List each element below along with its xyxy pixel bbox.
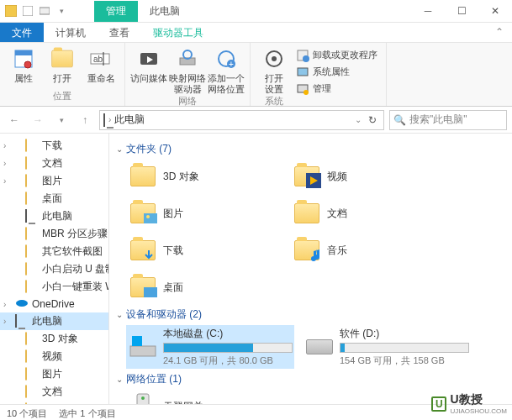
folder-item[interactable]: 桌面 bbox=[126, 270, 282, 304]
nav-item-icon bbox=[25, 192, 39, 206]
folder-item[interactable]: 图片 bbox=[126, 197, 282, 230]
nav-up-button[interactable]: ↑ bbox=[76, 111, 94, 129]
nav-item[interactable]: 下载 bbox=[0, 401, 108, 404]
nav-item[interactable]: 其它软件截图 bbox=[0, 243, 108, 260]
group-header-drives[interactable]: ⌄ 设备和驱动器 (2) bbox=[116, 304, 505, 325]
qat-item[interactable] bbox=[20, 3, 35, 18]
ribbon-collapse-button[interactable]: ⌃ bbox=[487, 23, 512, 42]
group-header-network[interactable]: ⌄ 网络位置 (1) bbox=[116, 369, 505, 390]
nav-item[interactable]: ›图片 bbox=[0, 172, 108, 190]
properties-button[interactable]: 属性 bbox=[5, 45, 42, 84]
nav-item[interactable]: ›下载 bbox=[0, 137, 108, 155]
expand-icon[interactable]: › bbox=[3, 159, 6, 168]
svg-point-22 bbox=[304, 90, 309, 95]
folder-item[interactable]: 音乐 bbox=[290, 234, 446, 267]
ribbon-tab-file[interactable]: 文件 bbox=[0, 23, 44, 42]
folder-label: 图片 bbox=[163, 207, 183, 221]
open-button[interactable]: 打开 bbox=[44, 45, 81, 84]
map-drive-icon bbox=[175, 46, 200, 71]
nav-item-label: 小白一键重装 Win10 bbox=[42, 280, 109, 294]
content-pane: ⌄ 文件夹 (7) 3D 对象视频图片文档下载音乐桌面 ⌄ 设备和驱动器 (2)… bbox=[109, 134, 512, 404]
nav-item[interactable]: MBR 分区步骤 bbox=[0, 225, 108, 243]
nav-item[interactable]: 文档 bbox=[0, 383, 108, 401]
folder-icon bbox=[128, 198, 158, 228]
nav-history-button[interactable]: ▾ bbox=[52, 111, 71, 129]
rename-button[interactable]: ab 重命名 bbox=[82, 45, 119, 84]
drive-item[interactable]: 本地磁盘 (C:)24.1 GB 可用，共 80.0 GB bbox=[126, 325, 294, 369]
address-bar[interactable]: › 此电脑 ⌄ ↻ bbox=[99, 110, 384, 130]
drive-label: 软件 (D:) bbox=[340, 327, 469, 341]
ribbon-tab-drive-tools[interactable]: 驱动器工具 bbox=[141, 23, 215, 42]
drive-icon bbox=[128, 332, 158, 362]
rename-icon: ab bbox=[88, 46, 113, 71]
add-network-location-button[interactable]: + 添加一个 网络位置 bbox=[208, 45, 245, 95]
contextual-tab-manage[interactable]: 管理 bbox=[94, 1, 138, 22]
manage-icon bbox=[296, 82, 309, 96]
search-box[interactable]: 🔍 搜索"此电脑" bbox=[389, 110, 507, 130]
svg-rect-30 bbox=[144, 287, 157, 297]
nav-item-label: 文档 bbox=[42, 385, 62, 399]
nav-item[interactable]: 此电脑 bbox=[0, 207, 108, 225]
drive-item[interactable]: 软件 (D:)154 GB 可用，共 158 GB bbox=[303, 325, 471, 369]
main-split: ›下载›文档›图片桌面此电脑MBR 分区步骤其它软件截图小白启动 U 盘制作步小… bbox=[0, 134, 512, 404]
nav-item[interactable]: 图片 bbox=[0, 365, 108, 383]
nav-item[interactable]: 视频 bbox=[0, 348, 108, 365]
nav-item[interactable]: 桌面 bbox=[0, 190, 108, 207]
nav-forward-button[interactable]: → bbox=[29, 111, 47, 129]
drive-icon bbox=[304, 332, 335, 362]
nav-item[interactable]: 小白一键重装 Win10 bbox=[0, 278, 108, 296]
nav-back-button[interactable]: ← bbox=[5, 111, 24, 129]
svg-text:ab: ab bbox=[93, 55, 103, 64]
nav-item-label: 下载 bbox=[42, 139, 62, 153]
nav-item[interactable]: ›此电脑 bbox=[0, 312, 108, 330]
expand-icon[interactable]: › bbox=[3, 176, 6, 186]
qat-item[interactable] bbox=[37, 3, 52, 18]
drive-usage-bar bbox=[340, 343, 469, 353]
network-item[interactable]: 天翼网关 bbox=[126, 390, 282, 404]
expand-icon[interactable]: › bbox=[3, 317, 6, 326]
folders-grid: 3D 对象视频图片文档下载音乐桌面 bbox=[116, 160, 505, 304]
system-properties-button[interactable]: 系统属性 bbox=[293, 65, 381, 80]
refresh-button[interactable]: ↻ bbox=[365, 114, 380, 126]
ribbon-tab-computer[interactable]: 计算机 bbox=[44, 23, 98, 42]
folder-label: 视频 bbox=[327, 170, 347, 184]
address-dropdown-button[interactable]: ⌄ bbox=[355, 115, 362, 124]
nav-item-icon bbox=[25, 368, 39, 381]
nav-item[interactable]: ›OneDrive bbox=[0, 296, 108, 312]
nav-item[interactable]: ›文档 bbox=[0, 155, 108, 172]
maximize-button[interactable]: ☐ bbox=[445, 0, 478, 23]
ribbon-group-system: 打开 设置 系统 卸载或更改程序 系统属性 管理 bbox=[251, 43, 387, 106]
folder-icon bbox=[128, 235, 158, 265]
manage-button[interactable]: 管理 bbox=[293, 81, 381, 97]
folder-item[interactable]: 视频 bbox=[290, 160, 446, 193]
folder-label: 3D 对象 bbox=[163, 170, 199, 184]
nav-item-icon bbox=[25, 228, 39, 241]
nav-item-label: MBR 分区步骤 bbox=[42, 227, 108, 241]
nav-item[interactable]: 3D 对象 bbox=[0, 330, 108, 348]
folder-item[interactable]: 下载 bbox=[126, 234, 282, 267]
nav-item-label: OneDrive bbox=[32, 298, 75, 310]
nav-item-icon bbox=[25, 245, 39, 259]
minimize-button[interactable]: ─ bbox=[411, 0, 445, 23]
expand-icon[interactable]: › bbox=[3, 141, 6, 150]
folder-label: 音乐 bbox=[327, 244, 347, 258]
open-settings-button[interactable]: 打开 设置 bbox=[256, 45, 293, 95]
group-header-folders[interactable]: ⌄ 文件夹 (7) bbox=[116, 139, 505, 160]
folder-icon bbox=[292, 161, 322, 192]
access-media-button[interactable]: 访问媒体 bbox=[130, 45, 167, 84]
folder-item[interactable]: 3D 对象 bbox=[126, 160, 282, 193]
map-drive-button[interactable]: 映射网络 驱动器 bbox=[169, 45, 206, 95]
ribbon-tab-view[interactable]: 查看 bbox=[98, 23, 141, 42]
settings-icon bbox=[261, 46, 287, 71]
svg-rect-32 bbox=[132, 336, 142, 346]
address-segment[interactable]: 此电脑 bbox=[114, 113, 145, 127]
svg-point-34 bbox=[141, 396, 145, 400]
svg-point-29 bbox=[146, 215, 150, 218]
nav-item[interactable]: 小白启动 U 盘制作步 bbox=[0, 260, 108, 278]
qat-dropdown[interactable]: ▾ bbox=[54, 3, 69, 18]
uninstall-programs-button[interactable]: 卸载或更改程序 bbox=[293, 48, 381, 63]
uninstall-icon bbox=[296, 49, 309, 62]
folder-item[interactable]: 文档 bbox=[290, 197, 446, 230]
expand-icon[interactable]: › bbox=[3, 300, 6, 309]
close-button[interactable]: ✕ bbox=[478, 0, 512, 23]
